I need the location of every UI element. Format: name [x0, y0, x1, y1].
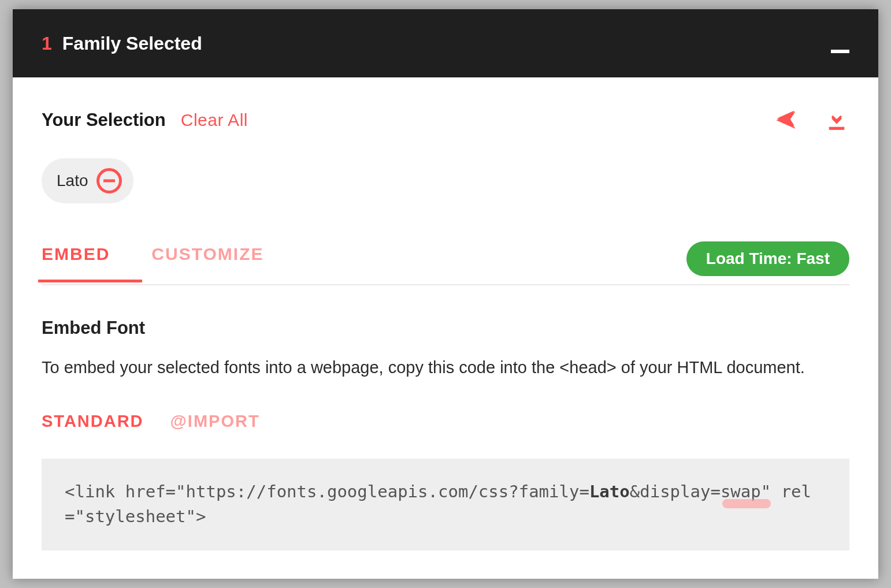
family-chip-label: Lato: [57, 172, 88, 190]
minimize-button[interactable]: [830, 30, 851, 57]
selection-row: Your Selection Clear All: [42, 107, 849, 133]
code-family: Lato: [589, 482, 630, 501]
tab-embed[interactable]: EMBED: [42, 244, 110, 281]
minimize-icon: [831, 50, 849, 53]
panel-title: Family Selected: [62, 33, 202, 54]
font-selection-panel: 1 Family Selected Your Selection Clear A…: [13, 9, 878, 579]
embed-font-heading: Embed Font: [42, 318, 849, 338]
code-prefix: <link href="https://fonts.googleapis.com…: [65, 482, 589, 501]
sub-tab-standard[interactable]: STANDARD: [42, 412, 144, 431]
main-tabs: EMBED CUSTOMIZE: [42, 244, 263, 281]
sub-tab-import[interactable]: @IMPORT: [170, 412, 260, 431]
clear-all-button[interactable]: Clear All: [181, 110, 248, 130]
embed-sub-tabs: STANDARD @IMPORT: [42, 412, 849, 431]
embed-section: Embed Font To embed your selected fonts …: [42, 285, 849, 550]
selected-count: 1: [42, 33, 52, 54]
selection-actions: [773, 107, 849, 133]
share-icon[interactable]: [773, 107, 799, 133]
your-selection-heading: Your Selection: [42, 110, 166, 131]
download-icon[interactable]: [824, 107, 849, 133]
panel-content: Your Selection Clear All Lato EMBED C: [13, 77, 878, 579]
load-time-badge: Load Time: Fast: [686, 241, 849, 276]
selection-heading-wrap: Your Selection Clear All: [42, 110, 248, 131]
panel-header: 1 Family Selected: [13, 9, 878, 77]
panel-title-wrap: 1 Family Selected: [42, 33, 202, 54]
embed-description: To embed your selected fonts into a webp…: [42, 355, 816, 381]
family-chip-lato: Lato: [42, 158, 133, 203]
main-tab-row: EMBED CUSTOMIZE Load Time: Fast: [42, 241, 849, 285]
tab-customize[interactable]: CUSTOMIZE: [151, 244, 263, 281]
remove-family-button[interactable]: [96, 168, 122, 193]
selected-families: Lato: [42, 158, 849, 203]
embed-code-block[interactable]: <link href="https://fonts.googleapis.com…: [42, 459, 849, 550]
svg-rect-0: [829, 127, 845, 130]
